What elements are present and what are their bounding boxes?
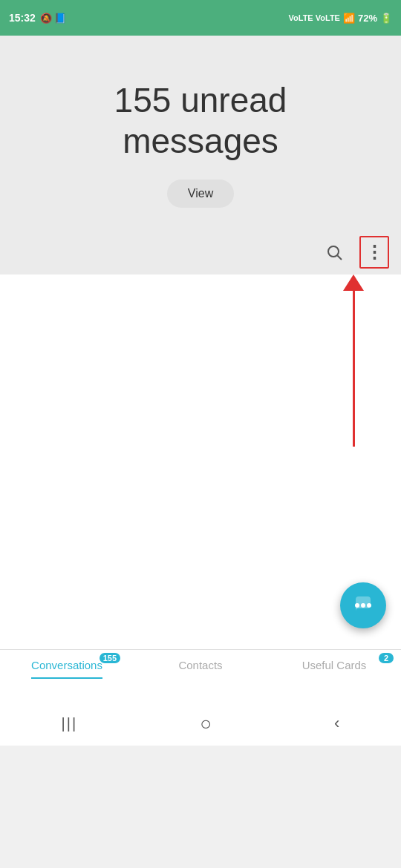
- toolbar: ⋮: [0, 230, 401, 274]
- tab-conversations[interactable]: Conversations 155: [0, 659, 134, 679]
- tab-conversations-label: Conversations: [31, 659, 102, 679]
- signal-icon: 📶: [343, 13, 355, 24]
- main-content: [0, 274, 401, 649]
- battery-icon: 🔋: [380, 13, 392, 24]
- unread-text: unread: [180, 81, 287, 119]
- arrow-annotation: [339, 274, 368, 467]
- status-right: VoLTE VoLTE 📶 72% 🔋: [289, 13, 393, 24]
- hero-title: 155 unread messages: [114, 80, 287, 162]
- arrow-head: [343, 274, 364, 291]
- home-button[interactable]: ○: [200, 712, 212, 735]
- unread-count: 155: [114, 81, 172, 119]
- nav-bar: ||| ○ ‹: [0, 701, 401, 746]
- tab-conversations-badge: 155: [100, 653, 120, 663]
- more-options-button[interactable]: ⋮: [359, 236, 389, 269]
- arrow-line: [353, 291, 355, 447]
- compose-button[interactable]: [340, 582, 386, 628]
- tab-bar: Conversations 155 Contacts Useful Cards …: [0, 649, 401, 701]
- compose-icon: [352, 592, 374, 619]
- messages-text: messages: [123, 122, 278, 160]
- battery-percent: 72%: [358, 13, 377, 24]
- tab-useful-cards-label: Useful Cards: [302, 659, 367, 677]
- tab-contacts-label: Contacts: [178, 659, 222, 677]
- tab-useful-cards[interactable]: Useful Cards 2: [267, 659, 401, 677]
- hero-section: 155 unread messages View: [0, 36, 401, 230]
- tab-contacts[interactable]: Contacts: [134, 659, 267, 677]
- status-network: VoLTE VoLTE: [289, 13, 340, 22]
- status-left: 15:32 🔕 📘: [9, 12, 66, 24]
- recents-button[interactable]: |||: [62, 715, 78, 732]
- search-button[interactable]: [321, 239, 348, 266]
- back-button[interactable]: ‹: [334, 714, 339, 733]
- svg-point-0: [328, 246, 339, 257]
- status-icons: 🔕 📘: [40, 13, 67, 24]
- view-button[interactable]: View: [167, 180, 234, 208]
- tab-useful-cards-badge: 2: [379, 653, 394, 663]
- status-time: 15:32: [9, 12, 36, 24]
- svg-line-1: [338, 256, 342, 260]
- status-bar: 15:32 🔕 📘 VoLTE VoLTE 📶 72% 🔋: [0, 0, 401, 36]
